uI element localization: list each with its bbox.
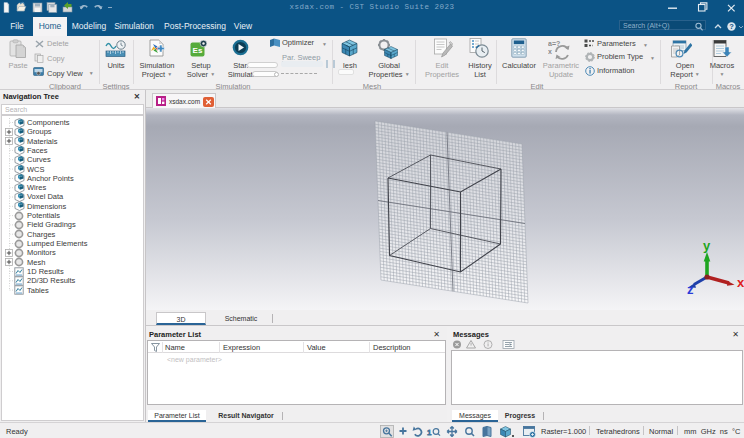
svg-text:x: x [548,48,552,55]
svg-text:y: y [703,238,711,253]
svg-text:a=?: a=? [548,40,560,47]
svg-text:z: z [687,282,694,297]
svg-text:?: ? [729,22,734,31]
svg-text:1: 1 [427,428,432,437]
svg-text:Es: Es [193,46,203,55]
svg-text:x: x [737,275,744,290]
